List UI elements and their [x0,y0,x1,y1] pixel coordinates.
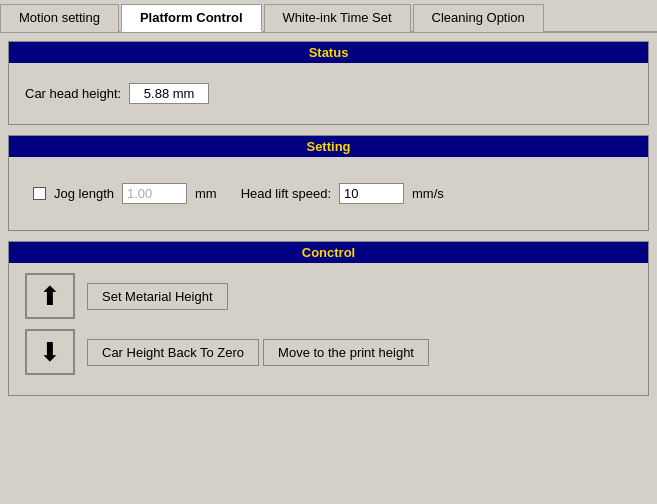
up-arrow-button[interactable]: ⬆ [25,273,75,319]
tab-white-ink-time-set[interactable]: White-ink Time Set [264,4,411,32]
jog-length-unit: mm [195,186,217,201]
control-panel-header: Conctrol [9,242,648,263]
control-panel: Conctrol ⬆ Set Metarial Height ⬇ Car Hei… [8,241,649,396]
down-arrow-button[interactable]: ⬇ [25,329,75,375]
car-head-height-value: 5.88 mm [129,83,209,104]
setting-panel: Setting Jog length mm Head lift speed: m… [8,135,649,231]
setting-panel-body: Jog length mm Head lift speed: mm/s [9,157,648,230]
setting-row: Jog length mm Head lift speed: mm/s [25,169,632,218]
jog-length-input[interactable] [122,183,187,204]
setting-panel-header: Setting [9,136,648,157]
up-arrow-icon: ⬆ [39,283,61,309]
main-content: Status Car head height: 5.88 mm Setting … [0,33,657,414]
action-btn-row: Car Height Back To Zero Move to the prin… [87,339,429,366]
jog-length-label: Jog length [54,186,114,201]
car-head-height-row: Car head height: 5.88 mm [25,75,632,112]
tab-platform-control[interactable]: Platform Control [121,4,262,32]
status-panel-header: Status [9,42,648,63]
tab-bar: Motion setting Platform Control White-in… [0,0,657,33]
head-lift-speed-label: Head lift speed: [241,186,331,201]
head-lift-speed-unit: mm/s [412,186,444,201]
status-panel: Status Car head height: 5.88 mm [8,41,649,125]
jog-length-checkbox[interactable] [33,187,46,200]
control-up-row: ⬆ Set Metarial Height [25,273,632,319]
down-arrow-icon: ⬇ [39,339,61,365]
tab-cleaning-option[interactable]: Cleaning Option [413,4,544,32]
status-panel-body: Car head height: 5.88 mm [9,63,648,124]
car-height-back-button[interactable]: Car Height Back To Zero [87,339,259,366]
set-material-height-button[interactable]: Set Metarial Height [87,283,228,310]
move-to-print-height-button[interactable]: Move to the print height [263,339,429,366]
head-lift-speed-input[interactable] [339,183,404,204]
tab-motion-setting[interactable]: Motion setting [0,4,119,32]
control-down-row: ⬇ Car Height Back To Zero Move to the pr… [25,329,632,375]
control-panel-body: ⬆ Set Metarial Height ⬇ Car Height Back … [9,263,648,395]
car-head-height-label: Car head height: [25,86,121,101]
